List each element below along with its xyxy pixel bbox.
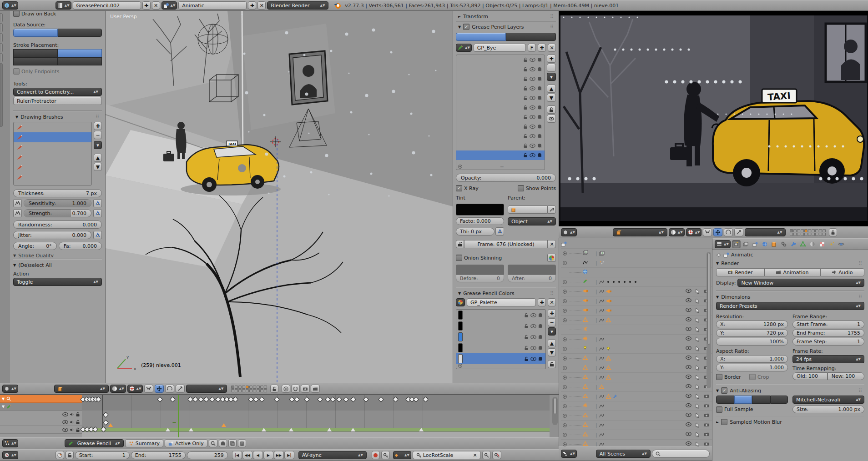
gp-layer-row[interactable] <box>456 93 545 103</box>
gp-layer-row[interactable] <box>456 141 545 150</box>
ruler-protractor-button[interactable]: Ruler/Protractor <box>13 97 102 105</box>
shelf-tab-physics[interactable] <box>0 53 3 62</box>
layer-visibility-icon[interactable] <box>530 125 535 129</box>
color-specials-menu[interactable]: ▾ <box>548 327 556 336</box>
current-frame-line[interactable] <box>178 395 179 437</box>
draw-on-back-checkbox[interactable]: ✓ <box>13 11 20 17</box>
layer-lock-icon[interactable] <box>523 143 528 148</box>
outliner-item[interactable]: | <box>561 411 712 420</box>
outliner-item[interactable]: | <box>561 363 712 372</box>
visibility-toggle[interactable] <box>686 298 691 304</box>
visibility-toggle[interactable] <box>686 422 691 428</box>
editor-type-properties-button[interactable]: ▲▼ <box>715 240 731 248</box>
aa-samples-11[interactable] <box>752 396 770 404</box>
gp-layers-expand-icon[interactable]: ▼ <box>458 25 461 29</box>
color-ghost-icon[interactable] <box>538 356 543 361</box>
layer-visibility-icon[interactable] <box>530 77 535 81</box>
properties-tab-data[interactable] <box>799 240 807 248</box>
thickness-slider[interactable]: Thickness:7 px <box>13 189 102 197</box>
onion-after-field[interactable]: After:0 <box>508 275 556 282</box>
layer-onion-icon[interactable] <box>537 143 542 148</box>
layer-lock-icon[interactable] <box>523 105 528 110</box>
layer-visibility-icon[interactable] <box>530 105 535 110</box>
brush-item[interactable] <box>14 162 91 172</box>
channel-lock-icon[interactable] <box>76 427 80 432</box>
aa-filter-select[interactable]: Mitchell-Netravali▲▼ <box>792 396 864 404</box>
selectability-toggle[interactable] <box>696 346 700 351</box>
outliner-item[interactable]: | <box>561 353 712 363</box>
xray-checkbox[interactable]: ✓ <box>456 185 462 191</box>
gp-source-object[interactable] <box>506 33 556 41</box>
autokey-mode-button[interactable] <box>381 451 390 459</box>
sensitivity-animate-icon[interactable] <box>93 199 102 207</box>
visibility-toggle[interactable] <box>686 432 691 437</box>
3d-viewport[interactable]: TAXI User Persp (259) nieve.001 <box>106 11 453 383</box>
render-animation-button[interactable]: Animation <box>764 268 820 276</box>
gp-color-row[interactable] <box>456 321 545 331</box>
color-swatch[interactable] <box>458 311 463 320</box>
outliner-item[interactable]: | <box>561 334 712 344</box>
layer-lock-icon[interactable] <box>523 95 528 100</box>
color-lock-button[interactable] <box>548 360 556 368</box>
outliner-item[interactable]: | <box>561 258 712 267</box>
selectability-toggle[interactable] <box>696 384 700 390</box>
active-only-toggle[interactable]: Active Only <box>165 439 207 447</box>
color-ghost-icon[interactable] <box>538 313 543 318</box>
expand-icon[interactable] <box>563 251 568 256</box>
display-select[interactable]: New Window▲▼ <box>737 279 864 287</box>
aa-checkbox[interactable]: ✓ <box>721 387 727 394</box>
layer-visibility-icon[interactable] <box>530 96 535 100</box>
gp-add-layer-button[interactable]: ✚ <box>547 55 556 63</box>
gp-layer-row[interactable] <box>456 103 545 112</box>
paste-keyframes-button[interactable] <box>238 439 246 447</box>
pivot-point-select[interactable]: ▲▼ <box>127 385 143 393</box>
add-screen-button[interactable]: ✚ <box>142 1 151 10</box>
layer-onion-icon[interactable] <box>537 153 542 158</box>
gp-layer-up-button[interactable]: ▲ <box>547 85 556 93</box>
tint-thickness-field[interactable]: Thi: 0 px <box>456 228 495 236</box>
color-swatch[interactable] <box>458 343 463 352</box>
selectability-toggle[interactable] <box>696 317 700 323</box>
visibility-toggle[interactable] <box>686 308 691 313</box>
palette-unlink-button[interactable]: ✕ <box>548 298 556 306</box>
expand-icon[interactable] <box>563 433 568 437</box>
end-frame-field[interactable]: End Frame:1755 <box>792 329 864 337</box>
layer-visibility-icon[interactable] <box>530 67 535 71</box>
playback-time-icon[interactable] <box>56 451 64 459</box>
eyedropper-button[interactable] <box>548 205 556 214</box>
visibility-toggle[interactable] <box>686 327 691 332</box>
expand-icon[interactable] <box>563 423 568 427</box>
layer-lock-icon[interactable] <box>523 134 528 139</box>
expand-icon[interactable] <box>563 366 568 370</box>
motion-blur-expand-icon[interactable]: ► <box>716 420 719 424</box>
channel-mute-icon[interactable] <box>62 428 68 432</box>
placement-surface[interactable] <box>13 57 58 65</box>
editor-type-outliner-button[interactable]: ▲▼ <box>561 450 577 458</box>
record-button[interactable] <box>372 451 380 459</box>
properties-tab-modifiers[interactable] <box>789 240 798 248</box>
gp-add-datablock-button[interactable]: ✚ <box>538 44 546 52</box>
prev-keyframe-button[interactable]: ◀◀ <box>242 451 252 459</box>
border-checkbox[interactable]: ✓ <box>716 374 722 380</box>
channel-mute-icon[interactable] <box>62 420 68 424</box>
shelf-tab-grease-pencil[interactable] <box>0 63 3 127</box>
properties-tab-render[interactable] <box>732 240 741 248</box>
brush-move-up-button[interactable]: ▲ <box>94 154 102 162</box>
angle-slider[interactable]: Angle:0° <box>13 242 57 250</box>
lock-to-scene-toggle[interactable] <box>270 385 278 393</box>
resolution-x-field[interactable]: X:1280 px <box>716 321 788 328</box>
outliner-item[interactable]: | <box>561 420 712 430</box>
jitter-slider[interactable]: Jitter:0.000 <box>13 231 91 239</box>
manipulator-translate-button[interactable] <box>155 385 164 393</box>
expand-icon[interactable] <box>563 356 568 361</box>
renderability-toggle[interactable] <box>704 441 709 446</box>
outliner-filter-select[interactable]: All Scenes▲▼ <box>596 450 651 458</box>
channel-sound-icon[interactable] <box>70 420 74 424</box>
outliner-item[interactable]: | <box>561 248 712 258</box>
sensitivity-slider[interactable]: Sensitivity:1.000 <box>24 199 91 207</box>
properties-tab-material[interactable] <box>808 240 817 248</box>
aa-samples-8[interactable] <box>734 396 752 404</box>
manipulator-rotate-button[interactable] <box>165 385 174 393</box>
color-list-add-icon[interactable] <box>458 364 462 368</box>
selectability-toggle[interactable] <box>696 422 700 428</box>
